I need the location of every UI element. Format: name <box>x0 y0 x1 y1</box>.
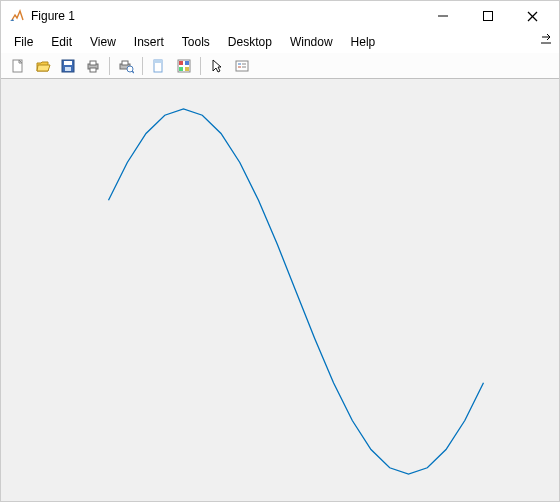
toolbar <box>1 53 559 79</box>
open-button[interactable] <box>32 55 54 77</box>
axes <box>1 79 559 501</box>
print-preview-button[interactable] <box>115 55 137 77</box>
menu-tools[interactable]: Tools <box>173 33 219 51</box>
menubar: File Edit View Insert Tools Desktop Wind… <box>1 31 559 53</box>
menu-file[interactable]: File <box>5 33 42 51</box>
svg-rect-7 <box>64 61 72 65</box>
svg-rect-10 <box>90 61 96 65</box>
svg-rect-23 <box>236 61 248 71</box>
minimize-button[interactable] <box>420 2 465 30</box>
menu-insert[interactable]: Insert <box>125 33 173 51</box>
new-figure-button[interactable] <box>7 55 29 77</box>
svg-rect-20 <box>185 61 189 65</box>
colorbar-button[interactable] <box>173 55 195 77</box>
menu-view[interactable]: View <box>81 33 125 51</box>
window-title: Figure 1 <box>31 9 420 23</box>
svg-rect-11 <box>90 68 96 72</box>
window-controls <box>420 2 555 30</box>
overflow-icon[interactable] <box>539 33 553 50</box>
svg-line-15 <box>132 71 134 73</box>
menu-desktop[interactable]: Desktop <box>219 33 281 51</box>
close-button[interactable] <box>510 2 555 30</box>
svg-rect-21 <box>179 67 183 71</box>
data-cursor-button[interactable] <box>148 55 170 77</box>
menu-edit[interactable]: Edit <box>42 33 81 51</box>
toolbar-separator <box>109 57 110 75</box>
maximize-button[interactable] <box>465 2 510 30</box>
svg-rect-19 <box>179 61 183 65</box>
toolbar-separator <box>200 57 201 75</box>
print-button[interactable] <box>82 55 104 77</box>
menu-help[interactable]: Help <box>342 33 385 51</box>
svg-rect-8 <box>65 67 71 71</box>
toolbar-separator <box>142 57 143 75</box>
save-button[interactable] <box>57 55 79 77</box>
menu-window[interactable]: Window <box>281 33 342 51</box>
line-series <box>109 109 484 474</box>
svg-rect-17 <box>154 60 162 63</box>
figure-canvas[interactable] <box>1 79 559 501</box>
svg-rect-1 <box>483 12 492 21</box>
matlab-icon <box>9 8 25 24</box>
insert-legend-button[interactable] <box>231 55 253 77</box>
pointer-button[interactable] <box>206 55 228 77</box>
svg-rect-13 <box>122 61 128 65</box>
titlebar: Figure 1 <box>1 1 559 31</box>
svg-rect-22 <box>185 67 189 71</box>
